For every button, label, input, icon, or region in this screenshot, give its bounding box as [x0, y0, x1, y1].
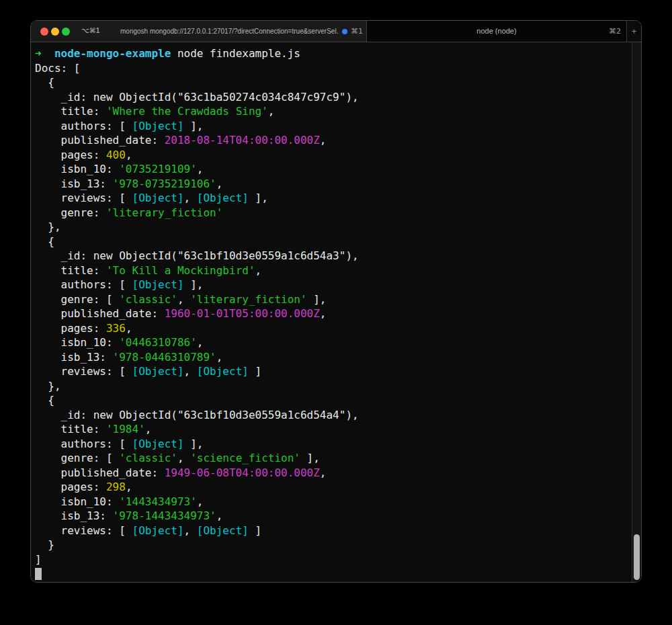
- terminal-line: ]: [35, 552, 629, 567]
- terminal-line: _id: new ObjectId("63c1ba50274c034c847c9…: [35, 90, 629, 105]
- terminal-line: genre: 'literary_fiction': [35, 206, 629, 220]
- traffic-lights: [40, 28, 70, 36]
- terminal-line: {: [35, 393, 629, 408]
- tab-bar: ⌥⌘1 mongosh mongodb://127.0.0.1:27017/?d…: [31, 21, 641, 42]
- terminal-line: isbn_10: '0735219109',: [35, 162, 629, 177]
- terminal-line: reviews: [ [Object], [Object] ]: [35, 364, 629, 379]
- terminal-line: isbn_10: '1443434973',: [35, 495, 629, 509]
- tab-mongosh-title: mongosh mongodb://127.0.0.1:27017/?direc…: [120, 28, 339, 35]
- scrollbar-track[interactable]: [632, 42, 641, 582]
- terminal-line: isbn_10: '0446310786',: [35, 335, 629, 350]
- terminal-line: genre: [ 'classic', 'literary_fiction' ]…: [35, 292, 629, 307]
- plus-icon: +: [632, 26, 637, 36]
- tab-mongosh[interactable]: ⌥⌘1 mongosh mongodb://127.0.0.1:27017/?d…: [31, 21, 367, 42]
- terminal-cursor: [35, 568, 42, 580]
- terminal-line: }: [35, 538, 629, 552]
- terminal-window: ⌥⌘1 mongosh mongodb://127.0.0.1:27017/?d…: [30, 20, 642, 583]
- terminal-output[interactable]: ➜ node-mongo-example node findexample.js…: [31, 42, 641, 582]
- terminal-line: {: [35, 235, 629, 249]
- terminal-line: reviews: [ [Object], [Object] ]: [35, 524, 629, 538]
- terminal-line: {: [35, 75, 629, 90]
- terminal-line: _id: new ObjectId("63c1bf10d3e0559a1c6d5…: [35, 408, 629, 423]
- tab-node[interactable]: node (node) ⌘2: [367, 21, 626, 42]
- tab-node-shortcut: ⌘2: [609, 27, 621, 36]
- terminal-line: pages: 336,: [35, 321, 629, 336]
- terminal-line: ➜ node-mongo-example node findexample.js: [35, 46, 629, 61]
- terminal-line: pages: 298,: [35, 480, 629, 495]
- terminal-line: Docs: [: [35, 61, 629, 76]
- terminal-line: title: 'To Kill a Mockingbird',: [35, 263, 629, 278]
- terminal-line: published_date: 1949-06-08T04:00:00.000Z…: [35, 466, 629, 481]
- terminal-line: published_date: 1960-01-01T05:00:00.000Z…: [35, 306, 629, 321]
- terminal-line: authors: [ [Object] ],: [35, 437, 629, 452]
- tab-mongosh-shortcut: ⌘1: [351, 27, 363, 36]
- minimize-button[interactable]: [51, 28, 59, 36]
- terminal-line: authors: [ [Object] ],: [35, 278, 629, 292]
- terminal-line: pages: 400,: [35, 148, 629, 163]
- terminal-line: reviews: [ [Object], [Object] ],: [35, 191, 629, 206]
- terminal-line: genre: [ 'classic', 'science_fiction' ],: [35, 451, 629, 466]
- terminal-line: authors: [ [Object] ],: [35, 119, 629, 134]
- terminal-area: ➜ node-mongo-example node findexample.js…: [31, 42, 641, 582]
- tab-activity-indicator-icon: [342, 29, 347, 34]
- terminal-line: isb_13: '978-1443434973',: [35, 509, 629, 524]
- close-button[interactable]: [40, 28, 48, 36]
- terminal-line: },: [35, 379, 629, 394]
- terminal-line: },: [35, 220, 629, 235]
- scrollbar-thumb[interactable]: [634, 534, 640, 580]
- terminal-line: title: '1984',: [35, 422, 629, 437]
- terminal-line: title: 'Where the Crawdads Sing',: [35, 104, 629, 119]
- terminal-line: published_date: 2018-08-14T04:00:00.000Z…: [35, 133, 629, 148]
- terminal-line: isb_13: '978-0735219106',: [35, 177, 629, 192]
- tab-node-title: node (node): [367, 27, 626, 35]
- window-shortcut-label: ⌥⌘1: [81, 27, 100, 34]
- terminal-line: isb_13: '978-0446310789',: [35, 350, 629, 365]
- new-tab-button[interactable]: +: [626, 21, 641, 42]
- terminal-line: _id: new ObjectId("63c1bf10d3e0559a1c6d5…: [35, 249, 629, 263]
- zoom-button[interactable]: [62, 28, 70, 36]
